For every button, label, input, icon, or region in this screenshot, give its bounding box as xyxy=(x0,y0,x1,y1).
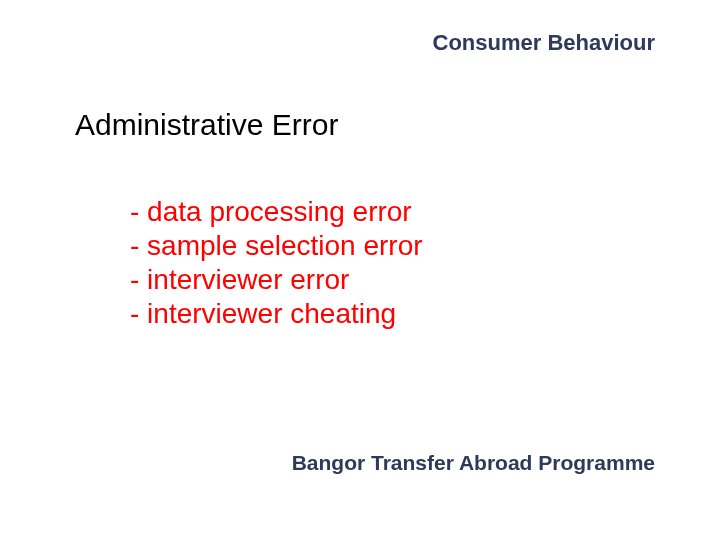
slide-title: Administrative Error xyxy=(75,108,338,142)
list-item: - interviewer error xyxy=(130,263,423,297)
slide-footer: Bangor Transfer Abroad Programme xyxy=(292,451,655,475)
slide-header: Consumer Behaviour xyxy=(433,30,656,56)
list-item: - interviewer cheating xyxy=(130,297,423,331)
content-list: - data processing error - sample selecti… xyxy=(130,195,423,332)
list-item: - data processing error xyxy=(130,195,423,229)
list-item: - sample selection error xyxy=(130,229,423,263)
